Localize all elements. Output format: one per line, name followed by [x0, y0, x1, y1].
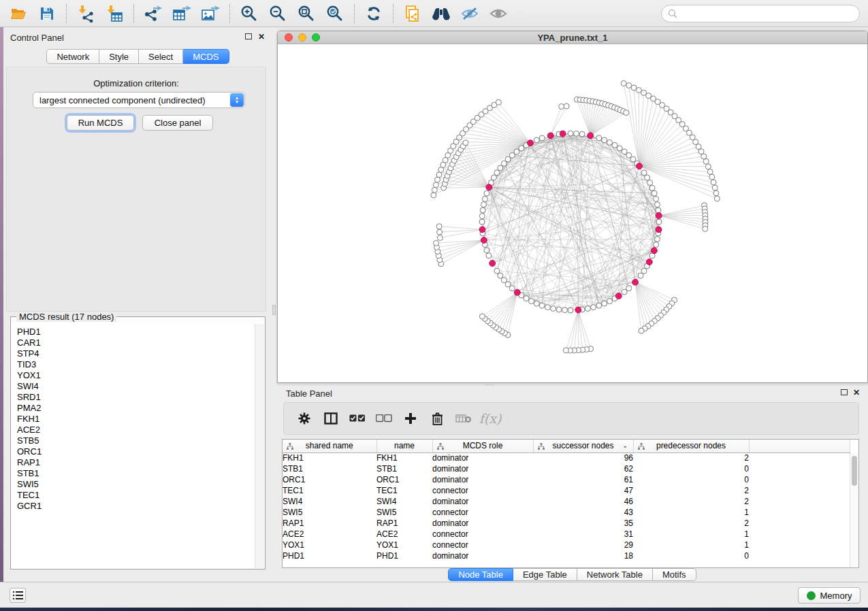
network-node[interactable] [579, 131, 585, 137]
network-graph[interactable] [278, 44, 867, 382]
network-node[interactable] [630, 156, 636, 162]
settings-gear-button[interactable] [296, 410, 312, 427]
mcds-result-item[interactable]: SWI4 [17, 381, 255, 392]
mcds-result-item[interactable]: STP4 [17, 348, 255, 359]
network-node[interactable] [596, 135, 602, 141]
network-node[interactable] [626, 83, 632, 88]
mcds-node[interactable] [528, 140, 534, 146]
col-predecessor-nodes[interactable]: predecessor nodes [633, 440, 749, 452]
network-node[interactable] [649, 185, 655, 191]
delete-column-button[interactable] [429, 410, 445, 427]
network-node[interactable] [505, 282, 511, 287]
network-node[interactable] [645, 175, 650, 180]
table-row[interactable]: ORC1ORC1dominator610 [283, 474, 850, 485]
network-node[interactable] [639, 328, 644, 333]
network-node[interactable] [491, 175, 496, 180]
save-session-button[interactable] [33, 2, 61, 25]
network-node[interactable] [585, 306, 590, 312]
tab-network-table[interactable]: Network Table [577, 568, 653, 581]
hide-selected-button[interactable] [455, 2, 484, 25]
import-network-button[interactable] [71, 2, 100, 25]
mcds-list-scrollbar[interactable] [255, 324, 264, 568]
close-panel-button[interactable]: Close panel [142, 115, 213, 131]
network-node[interactable] [711, 180, 716, 185]
mcds-node[interactable] [632, 279, 639, 285]
network-node[interactable] [641, 170, 647, 176]
network-node[interactable] [481, 202, 487, 208]
table-row[interactable]: FKH1FKH1dominator962 [283, 452, 850, 463]
network-node[interactable] [607, 139, 613, 145]
network-node[interactable] [529, 299, 534, 304]
mcds-result-item[interactable]: PHD1 [17, 327, 255, 337]
delete-table-button[interactable] [455, 410, 472, 427]
network-node[interactable] [624, 110, 629, 116]
mcds-result-item[interactable]: SRD1 [17, 392, 255, 403]
mcds-node[interactable] [637, 163, 643, 169]
scrollbar-thumb[interactable] [852, 456, 857, 486]
network-node[interactable] [484, 248, 489, 253]
network-node[interactable] [626, 152, 632, 158]
table-scrollbar[interactable] [850, 453, 858, 567]
mcds-node[interactable] [588, 133, 594, 139]
col-shared-name[interactable]: shared name [283, 440, 376, 452]
open-file-button[interactable] [4, 2, 33, 25]
network-node[interactable] [703, 159, 709, 164]
mcds-result-item[interactable]: CAR1 [17, 337, 255, 348]
network-node[interactable] [486, 253, 492, 259]
table-row[interactable]: PHD1PHD1dominator180 [283, 550, 850, 561]
mcds-result-item[interactable]: TID3 [17, 359, 255, 370]
network-node[interactable] [654, 242, 659, 248]
network-node[interactable] [432, 187, 437, 193]
network-node[interactable] [602, 137, 607, 143]
table-row[interactable]: RAP1RAP1dominator352 [283, 518, 850, 529]
network-node[interactable] [621, 81, 626, 86]
add-column-button[interactable] [402, 410, 419, 427]
table-row[interactable]: TEC1TEC1connector472 [283, 485, 850, 496]
mcds-result-item[interactable]: YOX1 [17, 370, 255, 381]
network-node[interactable] [498, 165, 503, 171]
memory-button[interactable]: Memory [798, 587, 861, 604]
mcds-node[interactable] [575, 307, 581, 313]
table-row[interactable]: STB1STB1dominator620 [283, 463, 850, 474]
network-node[interactable] [556, 307, 562, 312]
network-node[interactable] [479, 314, 485, 319]
network-node[interactable] [563, 348, 568, 353]
network-node[interactable] [551, 306, 556, 312]
mcds-result-item[interactable]: ORC1 [17, 446, 255, 457]
task-history-button[interactable] [10, 588, 26, 603]
close-window-icon[interactable] [285, 33, 293, 42]
tab-style[interactable]: Style [99, 49, 139, 64]
zoom-fit-button[interactable] [292, 2, 321, 25]
mcds-result-item[interactable]: RAP1 [17, 457, 255, 468]
export-table-button[interactable] [167, 2, 196, 25]
import-table-button[interactable] [100, 2, 129, 25]
function-builder-button[interactable]: f(x) [482, 410, 498, 427]
col-mcds-role[interactable]: MCDS role [432, 440, 533, 452]
network-node[interactable] [655, 202, 660, 208]
network-window-titlebar[interactable]: YPA_prune.txt_1 [278, 31, 867, 44]
network-node[interactable] [436, 224, 442, 229]
col-name[interactable]: name [376, 440, 432, 452]
mcds-node[interactable] [547, 133, 553, 139]
network-node[interactable] [534, 137, 539, 143]
show-column-button[interactable] [323, 410, 339, 427]
mcds-result-item[interactable]: STB1 [17, 468, 255, 479]
network-node[interactable] [463, 140, 468, 146]
mcds-node[interactable] [489, 261, 496, 267]
network-node[interactable] [654, 196, 659, 201]
mcds-node[interactable] [646, 259, 652, 265]
network-node[interactable] [714, 196, 720, 201]
tab-network[interactable]: Network [46, 49, 99, 64]
close-panel-icon[interactable]: ✕ [853, 389, 860, 397]
tab-select[interactable]: Select [139, 49, 183, 64]
mcds-result-item[interactable]: GCR1 [17, 501, 255, 512]
minimize-window-icon[interactable] [298, 33, 306, 42]
network-canvas[interactable] [278, 44, 867, 382]
col-successor-nodes[interactable]: successor nodes ⌄ [533, 440, 633, 452]
mcds-node[interactable] [656, 227, 662, 233]
network-node[interactable] [437, 229, 443, 235]
refresh-view-button[interactable] [359, 2, 388, 25]
zoom-out-button[interactable] [263, 2, 292, 25]
network-node[interactable] [656, 208, 661, 213]
export-image-button[interactable] [196, 2, 225, 25]
